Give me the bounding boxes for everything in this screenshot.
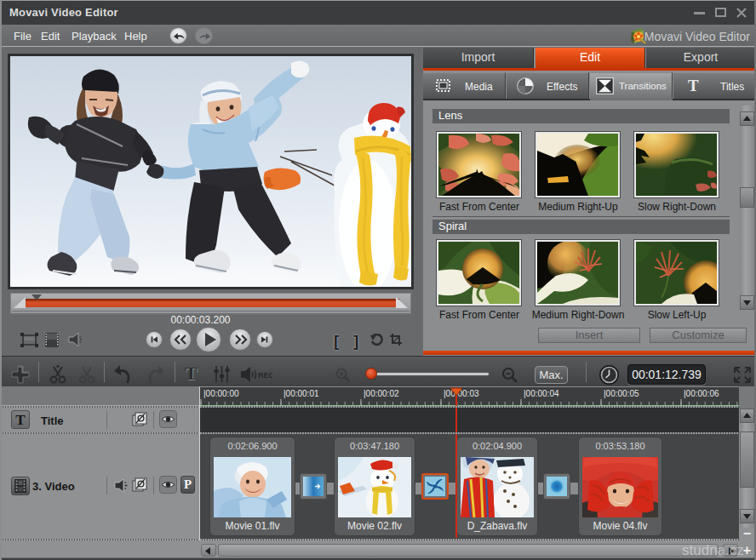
svg-text:|00:00:02: |00:00:02: [364, 389, 399, 398]
svg-text:|00:00:04: |00:00:04: [524, 389, 559, 398]
svg-text:REC: REC: [258, 371, 272, 380]
svg-text:|00:00:05: |00:00:05: [604, 389, 639, 398]
svg-text:|00:00:01: |00:00:01: [284, 389, 319, 398]
svg-text:|00:00:06: |00:00:06: [684, 389, 719, 398]
svg-text:|00:00:00: |00:00:00: [203, 389, 239, 398]
